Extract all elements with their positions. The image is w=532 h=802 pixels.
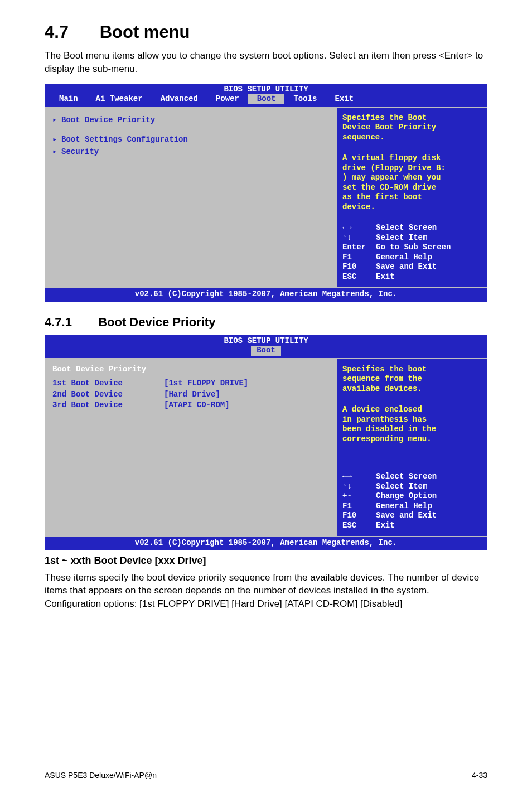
section-number: 4.7 [45,22,95,42]
page-footer-number: 4-33 [472,771,487,780]
tab-boot[interactable]: Boot [251,346,281,356]
bios-copyright: v02.61 (C)Copyright 1985-2007, American … [45,537,487,550]
tab-ai-tweaker[interactable]: Ai Tweaker [87,94,152,104]
legend-val: Select Item [376,233,427,243]
bios-left-panel: Boot Device Priority 1st Boot Device [1s… [45,359,337,537]
help-line: been disabled in the [342,424,482,434]
page-footer-product: ASUS P5E3 Deluxe/WiFi-AP@n [45,771,157,780]
legend-block: ←→Select Screen ↑↓Select Item EnterGo to… [342,223,482,282]
section-intro: The Boot menu items allow you to change … [45,49,487,76]
tab-exit[interactable]: Exit [326,94,362,104]
submenu-arrow-icon: ▸ [52,135,61,145]
help-line: in parenthesis has [342,415,482,425]
help-line: ) may appear when you [342,173,482,183]
help-line: Device Boot Priority [342,123,482,133]
legend-val: Select Screen [376,472,437,482]
option-label: 3rd Boot Device [52,400,164,410]
help-line: Specifies the boot [342,365,482,375]
menu-label: Security [61,147,99,157]
tab-power[interactable]: Power [207,94,248,104]
legend-key: ESC [342,272,376,282]
bios-copyright: v02.61 (C)Copyright 1985-2007, American … [45,288,487,302]
legend-val: Exit [376,272,395,282]
bios-screenshot-boot-menu: BIOS SETUP UTILITY Main Ai Tweaker Advan… [45,84,487,302]
help-line: device. [342,202,482,212]
panel-title: Boot Device Priority [52,365,328,375]
option-label: 1st Boot Device [52,379,164,389]
bios-title: BIOS SETUP UTILITY [224,336,308,345]
help-line: A virtual floppy disk [342,153,482,163]
menu-label: Boot Device Priority [61,115,155,125]
legend-key: ESC [342,521,376,531]
legend-val: General Help [376,501,432,511]
option-value: [ATAPI CD-ROM] [164,400,230,410]
help-line: availabe devices. [342,384,482,394]
option-value: [1st FLOPPY DRIVE] [164,379,248,389]
legend-key: F1 [342,501,376,511]
help-line: A device enclosed [342,405,482,415]
legend-key: F10 [342,511,376,521]
help-line: as the first boot [342,192,482,202]
legend-block: ←→Select Screen ↑↓Select Item +-Change O… [342,472,482,530]
subsection-heading: 4.7.1 Boot Device Priority [45,315,487,330]
option-value: [Hard Drive] [164,390,220,400]
bios-help-panel: Specifies the boot sequence from the ava… [337,359,487,537]
option-1st-boot-device[interactable]: 1st Boot Device [1st FLOPPY DRIVE] [52,379,328,389]
bios-screenshot-boot-device-priority: BIOS SETUP UTILITY Boot Boot Device Prio… [45,335,487,550]
legend-key: ↑↓ [342,233,376,243]
bios-tabs: Main Ai Tweaker Advanced Power Boot Tool… [45,94,487,107]
legend-val: General Help [376,253,432,263]
help-line: Specifies the Boot [342,113,482,123]
bios-left-panel: ▸ Boot Device Priority ▸ Boot Settings C… [45,108,337,288]
legend-key: F10 [342,262,376,272]
option-description: These items specify the boot device prio… [45,571,487,611]
legend-key: F1 [342,253,376,263]
tab-tools[interactable]: Tools [284,94,326,104]
option-3rd-boot-device[interactable]: 3rd Boot Device [ATAPI CD-ROM] [52,400,328,410]
menu-label: Boot Settings Configuration [61,135,188,145]
tab-main[interactable]: Main [50,94,87,104]
legend-key: ↑↓ [342,482,376,492]
option-label: 2nd Boot Device [52,390,164,400]
menu-item-boot-settings-configuration[interactable]: ▸ Boot Settings Configuration [52,135,328,145]
legend-val: Select Item [376,482,427,492]
legend-key: Enter [342,243,376,253]
legend-val: Select Screen [376,223,437,233]
help-line: sequence. [342,133,482,143]
tab-boot[interactable]: Boot [248,94,285,104]
help-line: corresponding menu. [342,434,482,445]
legend-val: Exit [376,521,395,531]
help-line: sequence from the [342,374,482,384]
option-2nd-boot-device[interactable]: 2nd Boot Device [Hard Drive] [52,390,328,400]
option-heading: 1st ~ xxth Boot Device [xxx Drive] [45,555,487,567]
help-line: set the CD-ROM drive [342,183,482,193]
bios-help-panel: Specifies the Boot Device Boot Priority … [337,108,487,288]
submenu-arrow-icon: ▸ [52,115,61,125]
legend-val: Go to Sub Screen [376,243,451,253]
legend-val: Save and Exit [376,511,437,521]
section-heading: 4.7 Boot menu [45,22,487,42]
menu-item-boot-device-priority[interactable]: ▸ Boot Device Priority [52,115,328,125]
legend-key: ←→ [342,472,376,482]
legend-key: +- [342,491,376,501]
tab-advanced[interactable]: Advanced [152,94,207,104]
menu-item-security[interactable]: ▸ Security [52,147,328,157]
help-line: drive (Floppy Drive B: [342,163,482,173]
subsection-number: 4.7.1 [45,315,95,330]
subsection-title: Boot Device Priority [98,315,215,329]
legend-val: Save and Exit [376,262,437,272]
legend-key: ←→ [342,223,376,233]
section-title: Boot menu [100,22,190,42]
submenu-arrow-icon: ▸ [52,147,61,157]
bios-title: BIOS SETUP UTILITY [45,84,487,95]
legend-val: Change Option [376,491,437,501]
